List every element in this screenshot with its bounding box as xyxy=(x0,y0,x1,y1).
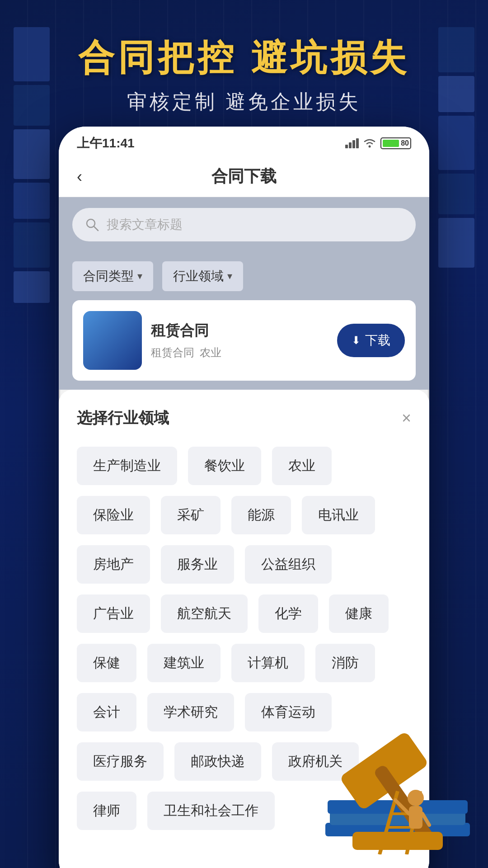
industry-tag-0[interactable]: 生产制造业 xyxy=(77,447,177,485)
chevron-down-icon-2: ▾ xyxy=(227,270,232,282)
industry-panel: 选择行业领域 × 生产制造业餐饮业农业保险业采矿能源电讯业房地产服务业公益组织广… xyxy=(59,390,429,868)
search-section: 搜索文章标题 xyxy=(59,197,429,252)
industry-tag-13[interactable]: 健康 xyxy=(329,594,389,633)
app-header: ‹ 合同下载 xyxy=(59,156,429,197)
status-icons: 80 xyxy=(345,137,411,149)
contract-tag-1: 租赁合同 xyxy=(151,345,194,360)
industry-tag-25[interactable]: 卫生和社会工作 xyxy=(147,792,275,830)
industry-tag-10[interactable]: 广告业 xyxy=(77,594,150,633)
download-icon: ⬇ xyxy=(352,334,361,347)
wifi-icon xyxy=(362,138,377,149)
industry-tag-24[interactable]: 律师 xyxy=(77,792,136,830)
app-title: 合同下载 xyxy=(211,165,277,188)
filter-contract-type-label: 合同类型 xyxy=(83,268,134,285)
contract-card: 租赁合同 租赁合同 农业 ⬇ 下载 xyxy=(72,300,416,381)
sub-title: 审核定制 避免企业损失 xyxy=(0,89,488,115)
download-button[interactable]: ⬇ 下载 xyxy=(337,324,405,357)
industry-tag-19[interactable]: 学术研究 xyxy=(147,693,234,731)
industry-tag-22[interactable]: 邮政快递 xyxy=(174,742,261,781)
industry-tags-grid: 生产制造业餐饮业农业保险业采矿能源电讯业房地产服务业公益组织广告业航空航天化学健… xyxy=(77,447,411,830)
search-placeholder: 搜索文章标题 xyxy=(107,216,183,233)
phone-mockup: 上午11:41 80 ‹ 合同下载 xyxy=(59,127,429,868)
signal-icon xyxy=(345,138,359,148)
industry-tag-6[interactable]: 电讯业 xyxy=(302,496,375,534)
industry-tag-4[interactable]: 采矿 xyxy=(161,496,221,534)
chevron-down-icon: ▾ xyxy=(137,270,142,282)
header-section: 合同把控 避坑损失 审核定制 避免企业损失 xyxy=(0,0,488,115)
contract-tag-2: 农业 xyxy=(200,345,221,360)
industry-tag-20[interactable]: 体育运动 xyxy=(245,693,332,731)
industry-tag-8[interactable]: 服务业 xyxy=(161,545,234,584)
svg-point-0 xyxy=(369,146,371,148)
status-bar: 上午11:41 80 xyxy=(59,127,429,156)
main-title: 合同把控 避坑损失 xyxy=(0,36,488,80)
industry-tag-17[interactable]: 消防 xyxy=(315,644,375,682)
industry-tag-1[interactable]: 餐饮业 xyxy=(188,447,261,485)
svg-line-2 xyxy=(94,226,98,231)
contract-preview-section: 租赁合同 租赁合同 农业 ⬇ 下载 xyxy=(59,300,429,390)
industry-tag-5[interactable]: 能源 xyxy=(231,496,291,534)
contract-name: 租赁合同 xyxy=(151,321,328,341)
battery-icon: 80 xyxy=(380,137,411,149)
back-button[interactable]: ‹ xyxy=(77,167,82,186)
status-time: 上午11:41 xyxy=(77,135,135,152)
search-bar[interactable]: 搜索文章标题 xyxy=(72,208,416,241)
battery-level: 80 xyxy=(401,139,409,147)
search-icon xyxy=(85,217,99,232)
industry-tag-2[interactable]: 农业 xyxy=(272,447,332,485)
industry-tag-12[interactable]: 化学 xyxy=(258,594,318,633)
industry-tag-18[interactable]: 会计 xyxy=(77,693,136,731)
industry-tag-23[interactable]: 政府机关 xyxy=(272,742,359,781)
panel-header: 选择行业领域 × xyxy=(77,408,411,429)
industry-tag-21[interactable]: 医疗服务 xyxy=(77,742,164,781)
industry-tag-7[interactable]: 房地产 xyxy=(77,545,150,584)
filter-industry[interactable]: 行业领域 ▾ xyxy=(162,261,243,291)
industry-tag-16[interactable]: 计算机 xyxy=(231,644,305,682)
filter-row: 合同类型 ▾ 行业领域 ▾ xyxy=(59,252,429,300)
contract-thumbnail xyxy=(83,311,142,370)
industry-tag-14[interactable]: 保健 xyxy=(77,644,136,682)
filter-contract-type[interactable]: 合同类型 ▾ xyxy=(72,261,153,291)
industry-tag-9[interactable]: 公益组织 xyxy=(245,545,332,584)
industry-tag-3[interactable]: 保险业 xyxy=(77,496,150,534)
contract-tags: 租赁合同 农业 xyxy=(151,345,328,360)
industry-tag-15[interactable]: 建筑业 xyxy=(147,644,221,682)
panel-title: 选择行业领域 xyxy=(77,408,169,429)
industry-tag-11[interactable]: 航空航天 xyxy=(161,594,248,633)
filter-industry-label: 行业领域 xyxy=(173,268,224,285)
close-button[interactable]: × xyxy=(402,410,411,426)
contract-info: 租赁合同 租赁合同 农业 xyxy=(151,321,328,360)
download-label: 下载 xyxy=(365,332,390,349)
